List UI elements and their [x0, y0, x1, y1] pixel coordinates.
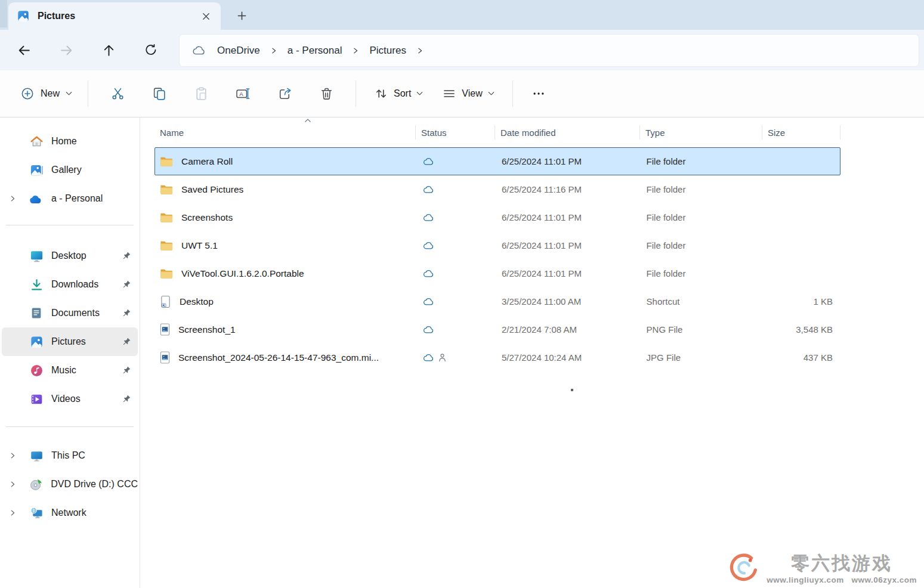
- breadcrumb-item-onedrive[interactable]: OneDrive: [214, 42, 264, 59]
- file-row-6[interactable]: Desktop3/25/2024 11:00 AMShortcut1 KB: [154, 287, 840, 315]
- breadcrumb-item-a-personal[interactable]: a - Personal: [284, 42, 346, 59]
- type-cell: File folder: [640, 176, 762, 203]
- new-tab-icon[interactable]: [233, 8, 251, 23]
- file-row-5[interactable]: ViVeTool.GUI.1.6.2.0.Portable6/25/2024 1…: [154, 259, 840, 287]
- back-icon[interactable]: [12, 38, 36, 62]
- expand-chevron-icon[interactable]: [9, 195, 29, 202]
- documents-icon: [29, 307, 44, 320]
- breadcrumb-chevron-icon[interactable]: [353, 47, 359, 54]
- file-list-panel: NameStatusDate modifiedTypeSize Camera R…: [141, 117, 924, 588]
- refresh-icon[interactable]: [139, 38, 163, 62]
- type-cell: File folder: [640, 232, 762, 259]
- new-button[interactable]: New: [13, 82, 79, 106]
- network-icon: [29, 506, 44, 520]
- file-name-cell: Desktop: [155, 288, 416, 315]
- tab-title: Pictures: [38, 11, 197, 21]
- delete-icon[interactable]: [313, 81, 340, 107]
- sidebar-item-a-personal[interactable]: a - Personal: [2, 184, 138, 213]
- file-row-1[interactable]: Camera Roll6/25/2024 11:01 PMFile folder: [154, 147, 840, 175]
- column-header-size[interactable]: Size: [762, 117, 840, 147]
- file-name: UWT 5.1: [181, 240, 218, 251]
- breadcrumb-chevron-icon[interactable]: [417, 47, 423, 54]
- sidebar-item-this-pc[interactable]: This PC: [2, 441, 138, 470]
- file-name: Screenshot_1: [178, 324, 236, 335]
- watermark-logo-icon: [730, 553, 761, 584]
- sidebar-item-downloads[interactable]: Downloads: [2, 270, 138, 299]
- expand-chevron-icon[interactable]: [9, 452, 29, 459]
- sidebar-item-label: Videos: [51, 394, 81, 404]
- column-header-type[interactable]: Type: [640, 117, 762, 147]
- sidebar-item-label: Documents: [51, 308, 100, 318]
- tab-close-icon[interactable]: [197, 7, 215, 25]
- size-cell: [762, 148, 840, 175]
- sidebar-item-gallery[interactable]: Gallery: [2, 156, 138, 184]
- music-icon: [29, 364, 44, 377]
- file-name: Camera Roll: [181, 156, 233, 167]
- sidebar-item-home[interactable]: Home: [2, 127, 138, 156]
- pictures-tab-icon: [17, 10, 30, 23]
- file-name: Saved Pictures: [181, 184, 243, 195]
- date-modified-cell: 6/25/2024 11:01 PM: [495, 232, 640, 259]
- sort-icon: [374, 86, 388, 101]
- size-cell: 1 KB: [762, 288, 840, 315]
- cloud-status-icon: [422, 185, 434, 194]
- up-icon[interactable]: [97, 38, 120, 62]
- folder-icon: [160, 212, 173, 223]
- file-row-8[interactable]: Screenshot_2024-05-26-14-15-47-963_com.m…: [154, 343, 840, 372]
- rename-icon[interactable]: A: [229, 81, 257, 107]
- sort-button[interactable]: Sort: [367, 82, 430, 106]
- dvd-icon: [29, 478, 44, 491]
- column-header-date-modified[interactable]: Date modified: [495, 117, 640, 147]
- sort-button-label: Sort: [394, 88, 411, 99]
- sidebar-item-dvd-drive-d-ccc[interactable]: DVD Drive (D:) CCC: [2, 470, 138, 499]
- cut-icon[interactable]: [104, 81, 131, 107]
- copy-icon[interactable]: [146, 81, 173, 107]
- tab-pictures[interactable]: Pictures: [8, 2, 221, 30]
- videos-icon: [29, 392, 44, 406]
- date-modified-cell: 6/25/2024 11:01 PM: [495, 148, 640, 175]
- column-header-status[interactable]: Status: [416, 117, 495, 147]
- sidebar-item-documents[interactable]: Documents: [2, 299, 138, 327]
- plus-circle-icon: [20, 86, 35, 101]
- cloud-status-icon: [422, 269, 434, 278]
- image-file-icon: [160, 351, 170, 364]
- folder-icon: [160, 156, 173, 167]
- share-icon[interactable]: [271, 81, 298, 107]
- file-row-7[interactable]: Screenshot_12/21/2024 7:08 AMPNG File3,5…: [154, 315, 840, 343]
- column-header-name[interactable]: Name: [154, 117, 416, 147]
- breadcrumb-chevron-icon[interactable]: [271, 47, 277, 54]
- cloud-status-icon: [422, 353, 434, 362]
- size-cell: [762, 176, 840, 203]
- date-modified-cell: 6/25/2024 11:16 PM: [495, 176, 640, 203]
- breadcrumb-item-pictures[interactable]: Pictures: [366, 42, 409, 59]
- onedrive-cloud-icon: [191, 45, 206, 55]
- file-name-cell: ViVeTool.GUI.1.6.2.0.Portable: [155, 260, 416, 287]
- sidebar-item-desktop[interactable]: Desktop: [2, 242, 138, 270]
- sidebar-item-videos[interactable]: Videos: [2, 385, 138, 413]
- image-file-icon: [160, 323, 170, 336]
- sidebar-item-pictures[interactable]: Pictures: [2, 327, 138, 356]
- svg-text:A: A: [239, 91, 243, 97]
- folder-icon: [160, 184, 173, 195]
- file-row-3[interactable]: Screenshots6/25/2024 11:01 PMFile folder: [154, 203, 840, 231]
- sidebar-item-label: Pictures: [51, 336, 86, 347]
- file-name-cell: Screenshot_2024-05-26-14-15-47-963_com.m…: [155, 344, 416, 371]
- expand-chevron-icon[interactable]: [9, 509, 29, 516]
- forward-icon[interactable]: [54, 38, 78, 62]
- expand-chevron-icon[interactable]: [9, 481, 29, 488]
- sidebar-divider: [6, 426, 134, 427]
- breadcrumb: OneDrivea - PersonalPictures: [179, 34, 919, 67]
- file-name-cell: Saved Pictures: [155, 176, 416, 203]
- chevron-down-icon: [488, 91, 495, 96]
- sidebar-item-network[interactable]: Network: [2, 499, 138, 527]
- pin-icon: [122, 394, 131, 404]
- command-toolbar: New A Sort View: [0, 70, 924, 117]
- more-options-icon[interactable]: [525, 81, 552, 107]
- sidebar-item-label: Music: [51, 365, 76, 376]
- file-row-2[interactable]: Saved Pictures6/25/2024 11:16 PMFile fol…: [154, 175, 840, 203]
- sidebar-item-music[interactable]: Music: [2, 356, 138, 385]
- paste-icon[interactable]: [187, 81, 215, 107]
- size-cell: [762, 232, 840, 259]
- view-button[interactable]: View: [435, 82, 501, 106]
- file-row-4[interactable]: UWT 5.16/25/2024 11:01 PMFile folder: [154, 231, 840, 259]
